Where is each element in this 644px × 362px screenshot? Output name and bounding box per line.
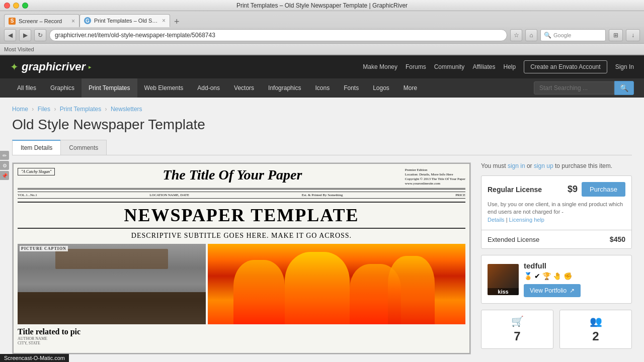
- portfolio-label: View Portfolio: [530, 287, 567, 294]
- badge-4: 🤚: [553, 272, 561, 280]
- author-box: kiss tedfull 🏅 ✔ 🏆 🤚 ✊ View Portfolio: [481, 255, 632, 304]
- view-portfolio-button[interactable]: View Portfolio ↗: [524, 284, 581, 297]
- cat-fonts[interactable]: Fonts: [337, 78, 366, 98]
- sales-icon: 🛒: [511, 315, 524, 327]
- side-tool-3[interactable]: 📌: [0, 171, 9, 180]
- breadcrumb-newsletters[interactable]: Newsletters: [111, 106, 142, 113]
- category-search: 🔍: [534, 81, 634, 95]
- avatar-label: kiss: [488, 288, 519, 295]
- nav-make-money[interactable]: Make Money: [363, 63, 397, 70]
- back-button[interactable]: ◀: [4, 29, 16, 41]
- cat-icons[interactable]: Icons: [308, 78, 337, 98]
- purchase-note: You must sign in or sign up to purchase …: [481, 162, 632, 169]
- bookmark-button[interactable]: ☆: [510, 29, 522, 41]
- cat-web-elements[interactable]: Web Elements: [137, 78, 191, 98]
- tab-graphicriver[interactable]: G Print Templates – Old Style Ne... ×: [79, 14, 170, 27]
- tab-comments[interactable]: Comments: [60, 140, 107, 155]
- np-location: LOCATION NAME, DATE: [149, 193, 189, 197]
- cat-vectors[interactable]: Vectors: [227, 78, 261, 98]
- tab-item-details[interactable]: Item Details: [12, 140, 61, 155]
- page-title: Old Style Newspaper Template: [12, 117, 632, 133]
- home-button[interactable]: ⌂: [525, 29, 537, 41]
- minimize-button[interactable]: [13, 3, 19, 9]
- page-content: ✏ ⚙ 📌 ✦ graphicriver ▸ Make Money Forums…: [0, 55, 644, 362]
- cat-add-ons[interactable]: Add-ons: [190, 78, 227, 98]
- breadcrumb-print-templates[interactable]: Print Templates: [60, 106, 101, 113]
- sign-up-link[interactable]: sign up: [534, 162, 553, 169]
- nav-affiliates[interactable]: Affiliates: [472, 63, 495, 70]
- sales-count: 7: [514, 329, 520, 343]
- badge-1: 🏅: [524, 272, 532, 280]
- np-caption: PICTURE CAPTION: [20, 246, 68, 251]
- side-tools: ✏ ⚙ 📌: [0, 151, 9, 180]
- author-name: tedfull: [524, 261, 625, 270]
- breadcrumb-sep1: ›: [32, 106, 35, 113]
- breadcrumb-sep2: ›: [54, 106, 57, 113]
- most-visited-label[interactable]: Most Visited: [4, 46, 34, 52]
- content-layout: "A Catchy Slogan" The Title Of Your Pape…: [12, 162, 632, 354]
- details-link[interactable]: Details: [488, 217, 505, 223]
- author-avatar[interactable]: kiss: [488, 264, 519, 295]
- forward-button[interactable]: ▶: [19, 29, 31, 41]
- stats-row: 🛒 7 👥 2: [481, 310, 632, 349]
- np-city: CITY, STATE: [18, 341, 465, 345]
- nav-help[interactable]: Help: [504, 63, 516, 70]
- purchase-button[interactable]: Purchase: [582, 182, 625, 197]
- side-tool-2[interactable]: ⚙: [0, 161, 9, 170]
- newspaper-preview: "A Catchy Slogan" The Title Of Your Pape…: [13, 163, 470, 354]
- followers-icon: 👥: [590, 315, 602, 327]
- browser-chrome: S Screenr – Record × G Print Templates –…: [0, 11, 644, 55]
- np-title: The Title Of Your Paper: [60, 168, 405, 182]
- downloads-button[interactable]: ↓: [626, 29, 640, 41]
- cat-all-files[interactable]: All files: [10, 78, 43, 98]
- np-subhead: DESCRIPTIVE SUBTITLE GOES HERE. MAKE IT …: [18, 232, 465, 240]
- category-search-button[interactable]: 🔍: [614, 81, 634, 95]
- tab-favicon-graphicriver: G: [84, 17, 91, 24]
- cat-logos[interactable]: Logos: [366, 78, 396, 98]
- tab-title-graphicriver: Print Templates – Old Style Ne...: [94, 18, 159, 24]
- os-titlebar: Print Templates – Old Style Newspaper Te…: [0, 0, 644, 11]
- tab-close-graphicriver[interactable]: ×: [162, 17, 166, 24]
- tab-close-screenr[interactable]: ×: [71, 18, 75, 25]
- logo-text: graphicriver: [22, 60, 86, 73]
- tab-screenr[interactable]: S Screenr – Record ×: [4, 14, 79, 27]
- maximize-button[interactable]: [22, 3, 28, 9]
- regular-license-name: Regular License: [488, 186, 542, 194]
- side-tool-1[interactable]: ✏: [0, 151, 9, 160]
- np-images: PICTURE CAPTION: [18, 244, 465, 324]
- cat-infographics[interactable]: Infographics: [261, 78, 308, 98]
- np-vol: VOL.1...No.1: [18, 193, 37, 197]
- cat-print-templates[interactable]: Print Templates: [82, 78, 137, 98]
- new-tab-button[interactable]: +: [172, 17, 182, 27]
- breadcrumb-files[interactable]: Files: [38, 106, 50, 113]
- close-button[interactable]: [4, 3, 10, 9]
- np-headline: NEWSPAPER TEMPLATE: [18, 202, 465, 229]
- licensing-help-link[interactable]: Licensing help: [509, 217, 544, 223]
- site-logo[interactable]: ✦ graphicriver ▸: [10, 60, 92, 73]
- category-search-input[interactable]: [534, 81, 614, 95]
- signin-button[interactable]: Sign In: [615, 63, 634, 70]
- extensions-button[interactable]: ⊞: [609, 29, 623, 41]
- nav-forums[interactable]: Forums: [406, 63, 426, 70]
- address-bar[interactable]: [49, 29, 507, 41]
- extended-license: Extended License $450: [481, 230, 631, 248]
- sign-in-link[interactable]: sign in: [508, 162, 525, 169]
- portfolio-icon: ↗: [570, 287, 575, 294]
- cat-more[interactable]: More: [396, 78, 424, 98]
- np-est: Est. & Printed By Something: [302, 193, 343, 197]
- create-account-button[interactable]: Create an Envato Account: [524, 60, 607, 73]
- window-title: Print Templates – Old Style Newspaper Te…: [236, 2, 408, 9]
- breadcrumb-home[interactable]: Home: [12, 106, 28, 113]
- np-article-title: Title related to pic AUTHOR NAME CITY, S…: [18, 327, 465, 345]
- reload-button[interactable]: ↻: [34, 29, 46, 41]
- main-content: Home › Files › Print Templates › Newslet…: [0, 98, 644, 362]
- product-image: "A Catchy Slogan" The Title Of Your Pape…: [12, 162, 471, 354]
- breadcrumb: Home › Files › Print Templates › Newslet…: [12, 106, 632, 113]
- nav-community[interactable]: Community: [434, 63, 465, 70]
- badge-5: ✊: [564, 272, 572, 280]
- cat-graphics[interactable]: Graphics: [43, 78, 82, 98]
- right-sidebar: You must sign in or sign up to purchase …: [481, 162, 632, 354]
- license-description: Use, by you or one client, in a single e…: [488, 201, 625, 224]
- regular-price: $9: [568, 184, 578, 195]
- screencast-watermark: Screencast-O-Matic.com: [0, 354, 69, 362]
